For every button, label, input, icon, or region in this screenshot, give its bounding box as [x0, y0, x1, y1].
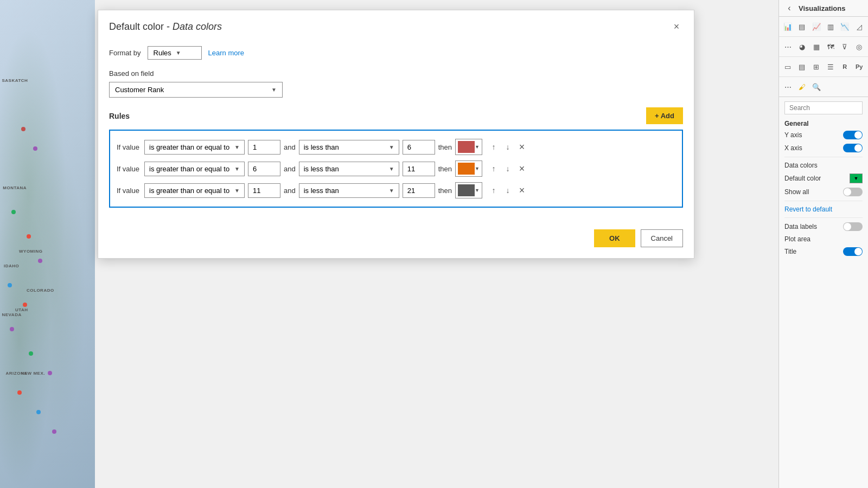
viz-map[interactable]: 🗺 [824, 40, 837, 53]
delete-button-2[interactable] [516, 163, 528, 175]
viz-analytics[interactable]: 🔍 [810, 80, 823, 93]
map-dot [11, 210, 16, 214]
y-axis-toggle[interactable] [843, 131, 863, 139]
value1-input-2[interactable] [248, 162, 280, 176]
format-by-label: Format by [109, 49, 141, 57]
rules-title: Rules [109, 112, 130, 120]
map-label-ut: UTAH [15, 307, 28, 312]
cancel-button[interactable]: Cancel [641, 229, 683, 247]
condition1-dropdown-2[interactable]: is greater than or equal to ▼ [144, 162, 245, 176]
viz-stacked-column[interactable]: ▥ [824, 20, 837, 33]
data-labels-row: Data labels [784, 222, 863, 231]
x-axis-label: X axis [784, 144, 802, 152]
sidebar-back-button[interactable]: ‹ [783, 2, 795, 14]
map-dot [8, 283, 12, 287]
if-value-label-2: If value [117, 165, 141, 173]
data-colors-label: Data colors [784, 162, 818, 169]
revert-link[interactable]: Revert to default [784, 206, 832, 213]
map-dot [23, 303, 27, 307]
ok-button[interactable]: OK [594, 229, 635, 247]
data-labels-thumb [844, 223, 851, 230]
default-color-dialog: Default color - Data colors × Format by … [98, 10, 694, 259]
dialog-overlay: Default color - Data colors × Format by … [95, 0, 778, 488]
move-up-button-2[interactable] [488, 163, 500, 175]
viz-more[interactable]: ⋯ [781, 80, 794, 93]
delete-button-3[interactable] [516, 184, 528, 196]
map-label-nm: NEW MEX. [21, 371, 45, 376]
viz-card[interactable]: ▭ [781, 60, 794, 73]
condition2-arrow-2: ▼ [389, 166, 394, 172]
viz-line-chart[interactable]: 📉 [838, 20, 851, 33]
search-input[interactable] [784, 101, 863, 114]
and-label-1: and [284, 143, 296, 151]
viz-treemap[interactable]: ▦ [810, 40, 823, 53]
swatch-color-2 [458, 163, 475, 175]
data-labels-toggle[interactable] [843, 222, 863, 231]
move-up-button-1[interactable] [488, 141, 500, 153]
move-down-button-2[interactable] [502, 163, 514, 175]
value2-input-1[interactable] [403, 140, 435, 155]
viz-bar-chart[interactable]: 📊 [781, 20, 794, 33]
delete-button-1[interactable] [516, 141, 528, 153]
viz-table[interactable]: ▤ [795, 60, 808, 73]
condition2-dropdown-2[interactable]: is less than ▼ [299, 162, 399, 176]
condition2-arrow-1: ▼ [389, 144, 394, 150]
viz-scatter[interactable]: ⋯ [781, 40, 794, 53]
color-swatch-1[interactable]: ▼ [455, 139, 482, 155]
map-label-nv: NEVADA [2, 312, 22, 317]
x-axis-toggle[interactable] [843, 144, 863, 152]
move-down-button-1[interactable] [502, 141, 514, 153]
map-label-sk: SASKATCH [2, 78, 28, 83]
rule-actions-3 [488, 184, 528, 196]
value1-input-1[interactable] [248, 140, 280, 155]
add-rule-button[interactable]: + Add [646, 107, 683, 124]
viz-pie[interactable]: ◕ [795, 40, 808, 53]
viz-icons-row4: ⋯ 🖌 🔍 [779, 77, 868, 97]
viz-gauge[interactable]: ◎ [853, 40, 866, 53]
learn-more-link[interactable]: Learn more [208, 49, 244, 57]
viz-matrix[interactable]: ⊞ [810, 60, 823, 73]
move-down-button-3[interactable] [502, 184, 514, 196]
viz-format[interactable]: 🖌 [795, 80, 808, 93]
viz-funnel[interactable]: ⊽ [838, 40, 851, 53]
then-label-2: then [438, 165, 452, 173]
condition2-dropdown-3[interactable]: is less than ▼ [299, 183, 399, 198]
field-dropdown[interactable]: Customer Rank ▼ [109, 82, 283, 98]
rules-header: Rules + Add [109, 107, 683, 124]
map-dot [29, 351, 33, 356]
format-by-dropdown[interactable]: Rules ▼ [148, 46, 202, 60]
condition1-dropdown-3[interactable]: is greater than or equal to ▼ [144, 183, 245, 198]
viz-r-script[interactable]: R [838, 60, 851, 73]
show-all-toggle[interactable] [843, 188, 863, 196]
condition1-value-2: is greater than or equal to [149, 165, 229, 173]
condition1-value-3: is greater than or equal to [149, 187, 229, 195]
data-colors-row: Data colors [784, 162, 863, 169]
rule-row-2: If value is greater than or equal to ▼ a… [117, 158, 675, 179]
value2-input-3[interactable] [403, 183, 435, 198]
sidebar-nav-top: ‹ Visualizations [779, 0, 868, 17]
value2-input-2[interactable] [403, 162, 435, 176]
close-button[interactable]: × [670, 20, 683, 33]
viz-stacked-bar[interactable]: ▤ [795, 20, 808, 33]
viz-column-chart[interactable]: 📈 [810, 20, 823, 33]
map-dot [36, 410, 41, 414]
move-up-button-3[interactable] [488, 184, 500, 196]
value1-input-3[interactable] [248, 183, 280, 198]
dialog-header: Default color - Data colors × [98, 10, 694, 41]
swatch-arrow-2: ▼ [475, 166, 480, 171]
viz-area-chart[interactable]: ◿ [853, 20, 866, 33]
condition1-dropdown-1[interactable]: is greater than or equal to ▼ [144, 140, 245, 155]
title-thumb [854, 248, 862, 255]
divider-3 [784, 217, 863, 218]
viz-slicer[interactable]: ☰ [824, 60, 837, 73]
condition2-dropdown-1[interactable]: is less than ▼ [299, 140, 399, 155]
color-swatch-2[interactable]: ▼ [455, 160, 482, 177]
viz-python[interactable]: Py [853, 60, 866, 73]
show-all-row: Show all [784, 188, 863, 196]
rule-row-1: If value is greater than or equal to ▼ a… [117, 136, 675, 158]
color-swatch-3[interactable]: ▼ [455, 182, 482, 198]
title-toggle[interactable] [843, 247, 863, 256]
default-color-box[interactable]: ▼ [850, 174, 863, 183]
condition1-arrow-2: ▼ [234, 166, 240, 172]
sidebar-title: Visualizations [799, 4, 845, 12]
